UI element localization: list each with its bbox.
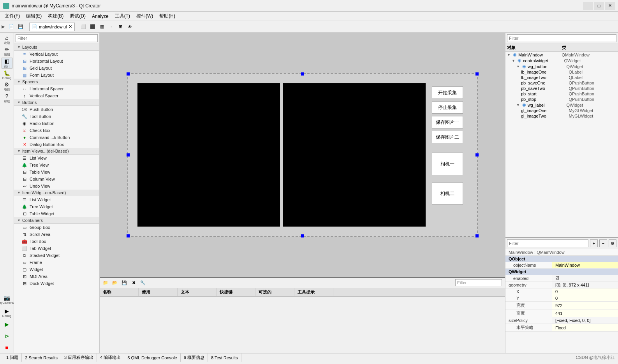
widget-undo-view[interactable]: ↩ Undo View [14, 183, 99, 190]
toolbar-align-center[interactable]: ⬛ [88, 23, 97, 31]
status-app-output[interactable]: 3 应用程序输出 [61, 353, 97, 362]
bottom-save-btn[interactable]: 💾 [120, 279, 129, 287]
obj-row-mainwindow[interactable]: ▼ ◉ MainWindow QMainWindow [505, 52, 618, 58]
file-tab-close[interactable]: ✕ [69, 24, 72, 29]
camera-one-button[interactable]: 相机一 [432, 153, 463, 175]
widget-push-button[interactable]: OK Push Button [14, 106, 99, 113]
menu-edit[interactable]: 编辑(E) [23, 12, 45, 20]
menu-build[interactable]: 构建(B) [45, 12, 67, 20]
obj-row-pb-stop[interactable]: pb_stop QPushButton [505, 97, 618, 102]
menu-help[interactable]: 帮助(H) [156, 12, 178, 20]
sidebar-item-design[interactable]: ◧ 设计 [2, 58, 12, 69]
sidebar-item-help[interactable]: ? 帮助 [2, 93, 12, 104]
prop-value-width[interactable]: 972 [552, 302, 618, 309]
menu-file[interactable]: 文件(F) [2, 12, 23, 20]
prop-value-objectname[interactable]: MainWindow [552, 262, 618, 268]
status-compile-output[interactable]: 4 编译输出 [97, 353, 124, 362]
sidebar-item-debug[interactable]: 🐛 Debug [2, 69, 12, 80]
obj-row-lb-imagetwo[interactable]: lb_imageTwo QLabel [505, 75, 618, 80]
obj-row-pb-saveone[interactable]: pb_saveOne QPushButton [505, 80, 618, 86]
toolbar-save-button[interactable]: 💾 [16, 23, 25, 31]
widget-table-widget[interactable]: ⊟ Table Widget [14, 210, 99, 217]
status-general-info[interactable]: 6 概要信息 [181, 353, 208, 362]
section-buttons[interactable]: ▼ Buttons [14, 99, 99, 106]
properties-add-button[interactable]: + [590, 239, 598, 247]
menu-analyze[interactable]: Analyze [89, 13, 112, 20]
section-item-widgets[interactable]: ▼ Item Widg...em-Based) [14, 190, 99, 196]
toolbar-grid[interactable]: ⊞ [116, 23, 125, 31]
toolbar-align-left[interactable]: ⬜ [79, 23, 88, 31]
widget-dialog-button[interactable]: ✕ Dialog Button Box [14, 141, 99, 148]
widget-check-box[interactable]: ☑ Check Box [14, 127, 99, 134]
section-spacers[interactable]: ▼ Spacers [14, 79, 99, 85]
close-button[interactable]: ✕ [605, 2, 615, 10]
obj-row-gl-imageone[interactable]: gl_imageOne MyGLWidget [505, 108, 618, 113]
bottom-delete-btn[interactable]: ✖ [129, 279, 138, 287]
bottom-filter-input[interactable] [455, 279, 502, 286]
widget-radio-button[interactable]: ◉ Radio Button [14, 120, 99, 127]
status-qml-console[interactable]: 5 QML Debugger Console [124, 353, 180, 362]
widget-dock-widget[interactable]: ⊟ Dock Widget [14, 280, 99, 287]
obj-row-wg-button[interactable]: ▼ ◉ wg_button QWidget [505, 63, 618, 69]
menu-tools[interactable]: 工具(T) [112, 12, 133, 20]
widget-tree-view[interactable]: 🌲 Tree View [14, 162, 99, 169]
properties-remove-button[interactable]: − [599, 239, 607, 247]
widget-frame[interactable]: ▱ Frame [14, 259, 99, 266]
section-item-views[interactable]: ▼ Item Views...(del-Based) [14, 148, 99, 155]
obj-row-wg-label[interactable]: ▼ ◉ wg_label QWidget [505, 102, 618, 108]
widget-vertical-spacer[interactable]: ↕ Vertical Spacer [14, 92, 99, 99]
obj-tree-filter-input[interactable] [507, 34, 616, 42]
widget-filter-input[interactable] [16, 34, 98, 42]
sidebar-item-run-debug[interactable]: ⊳ [2, 331, 12, 341]
status-search-results[interactable]: 2 Search Results [22, 353, 61, 362]
widget-horizontal-layout[interactable]: ⊟ Horizontal Layout [14, 58, 99, 65]
menu-widgets[interactable]: 控件(W) [133, 12, 156, 20]
widget-horizontal-spacer[interactable]: ↔ Horizontal Spacer [14, 85, 99, 92]
camera-two-button[interactable]: 相机二 [432, 182, 463, 205]
design-canvas[interactable]: 开始采集 停止采集 保存图片一 保存图片二 相机一 相机二 [127, 73, 478, 237]
bottom-tools-btn[interactable]: 🔧 [139, 279, 147, 287]
qobject-section-header[interactable]: QObject [505, 256, 618, 262]
obj-row-centralwidget[interactable]: ▼ ◉ centralwidget QWidget [505, 58, 618, 63]
prop-value-hpolicy[interactable]: Fixed [552, 325, 618, 331]
toolbar-distribute[interactable]: ⋮ [107, 23, 116, 31]
properties-filter-input[interactable] [507, 239, 588, 247]
toolbar-preview[interactable]: 👁 [126, 23, 134, 31]
widget-stacked-widget[interactable]: ⧉ Stacked Widget [14, 252, 99, 259]
bottom-open-btn[interactable]: 📂 [111, 279, 119, 287]
toolbar-open-button[interactable]: 📄 [7, 23, 16, 31]
widget-tree-widget[interactable]: 🌲 Tree Widget [14, 203, 99, 210]
widget-widget[interactable]: ▢ Widget [14, 266, 99, 273]
obj-row-lb-imageone[interactable]: lb_imageOne QLabel [505, 69, 618, 75]
widget-group-box[interactable]: ▭ Group Box [14, 224, 99, 231]
widget-grid-layout[interactable]: ⊞ Grid Layout [14, 65, 99, 72]
widget-tab-widget[interactable]: ⬜ Tab Widget [14, 245, 99, 252]
widget-list-widget[interactable]: ☰ List Widget [14, 196, 99, 203]
qwidget-section-header[interactable]: QWidget [505, 269, 618, 275]
sidebar-item-stop[interactable]: ■ [2, 342, 12, 353]
maximize-button[interactable]: □ [594, 2, 604, 10]
save-image-one-button[interactable]: 保存图片一 [432, 116, 463, 128]
sidebar-item-project[interactable]: ⚙ 项目 [2, 81, 12, 92]
prop-value-y[interactable]: 0 [552, 295, 618, 301]
sidebar-item-run[interactable]: ▶ [2, 319, 12, 330]
widget-list-view[interactable]: ☰ List View [14, 155, 99, 162]
status-problems[interactable]: 1 问题 [3, 353, 22, 362]
obj-row-gl-imagetwo[interactable]: gl_imageTwo MyGLWidget [505, 113, 618, 119]
obj-row-pb-savetwo[interactable]: pb_saveTwo QPushButton [505, 86, 618, 91]
sidebar-item-mycamera[interactable]: 📷 MyCamera3 [2, 293, 12, 306]
stop-capture-button[interactable]: 停止采集 [432, 101, 463, 114]
prop-value-enabled[interactable]: ☑ [552, 275, 618, 281]
widget-tool-button[interactable]: 🔧 Tool Button [14, 113, 99, 120]
widget-column-view[interactable]: ⊟ Column View [14, 176, 99, 183]
widget-tool-box[interactable]: 🧰 Tool Box [14, 238, 99, 245]
bottom-new-btn[interactable]: 📁 [101, 279, 110, 287]
save-image-two-button[interactable]: 保存图片二 [432, 131, 463, 143]
section-layouts[interactable]: ▼ Layouts [14, 44, 99, 51]
obj-row-pb-start[interactable]: pb_start QPushButton [505, 91, 618, 97]
prop-value-x[interactable]: 0 [552, 288, 618, 295]
sidebar-item-edit[interactable]: ✏ 编辑 [2, 46, 12, 57]
start-capture-button[interactable]: 开始采集 [432, 86, 463, 99]
widget-vertical-layout[interactable]: ≡ Vertical Layout [14, 51, 99, 58]
minimize-button[interactable]: − [583, 2, 593, 10]
